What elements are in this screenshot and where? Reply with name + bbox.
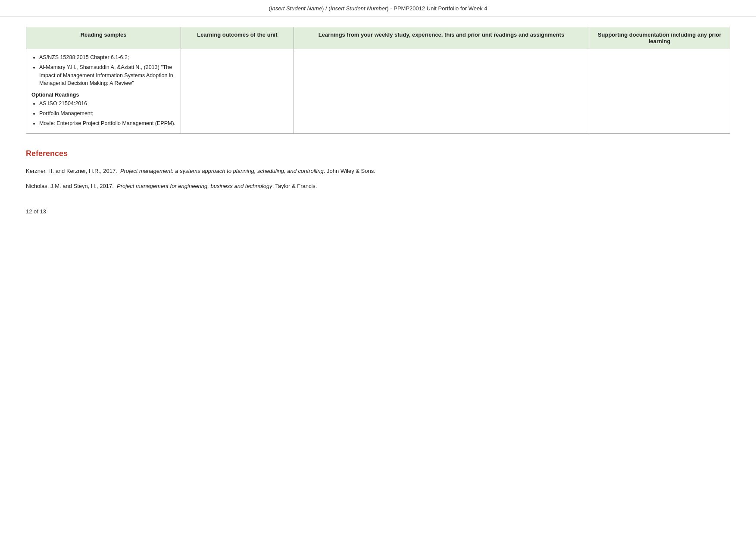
list-item: AS ISO 21504:2016 <box>39 100 175 108</box>
page-number: 12 of 13 <box>26 208 730 215</box>
required-readings-list: AS/NZS 15288:2015 Chapter 6.1-6.2; Al-Ma… <box>31 53 175 88</box>
reading-samples-cell: AS/NZS 15288:2015 Chapter 6.1-6.2; Al-Ma… <box>26 49 181 134</box>
optional-readings-list: AS ISO 21504:2016 Portfolio Management; … <box>31 100 175 127</box>
list-item: AS/NZS 15288:2015 Chapter 6.1-6.2; <box>39 53 175 62</box>
col-header-learning-outcomes: Learning outcomes of the unit <box>181 27 294 49</box>
references-heading: References <box>26 149 730 158</box>
list-item: Movie: Enterprise Project Portfolio Mana… <box>39 119 175 128</box>
col-header-reading-samples: Reading samples <box>26 27 181 49</box>
learning-outcomes-cell <box>181 49 294 134</box>
col-header-learnings: Learnings from your weekly study, experi… <box>294 27 589 49</box>
page-header: (Insert Student Name) / (Insert Student … <box>0 0 756 16</box>
portfolio-table: Reading samples Learning outcomes of the… <box>26 27 730 134</box>
learnings-cell <box>294 49 589 134</box>
table-row: AS/NZS 15288:2015 Chapter 6.1-6.2; Al-Ma… <box>26 49 730 134</box>
reference-item-2: Nicholas, J.M. and Steyn, H., 2017. Proj… <box>26 182 730 191</box>
list-item: Al-Mamary Y.H., Shamsuddin A, &Aziati N.… <box>39 63 175 88</box>
supporting-docs-cell <box>589 49 730 134</box>
col-header-supporting-docs: Supporting documentation including any p… <box>589 27 730 49</box>
reference-item-1: Kerzner, H. and Kerzner, H.R., 2017. Pro… <box>26 167 730 176</box>
references-section: References Kerzner, H. and Kerzner, H.R.… <box>26 149 730 191</box>
list-item: Portfolio Management; <box>39 110 175 118</box>
optional-readings-heading: Optional Readings <box>31 92 175 98</box>
